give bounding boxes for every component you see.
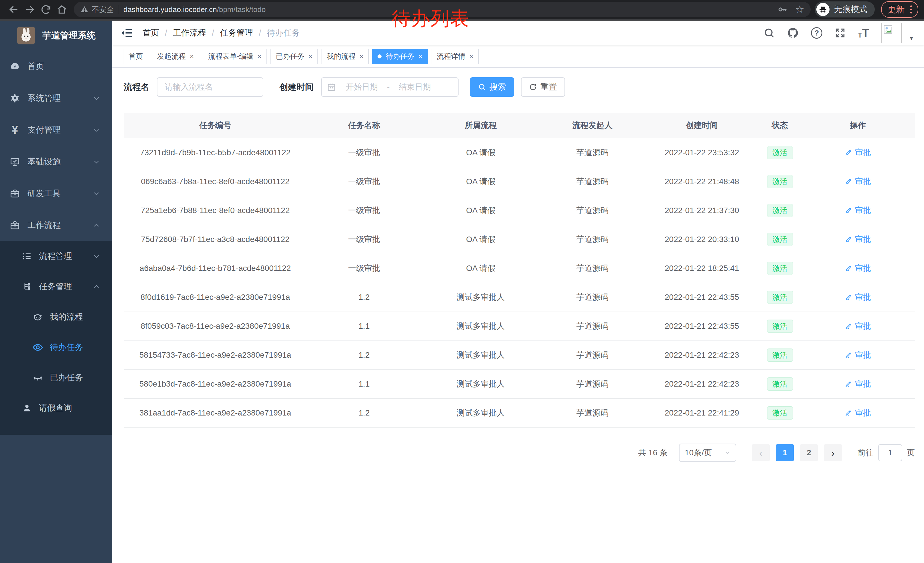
sidebar-item-devtools[interactable]: 研发工具 bbox=[0, 177, 112, 209]
close-icon[interactable]: × bbox=[190, 53, 194, 60]
sidebar-item-payment[interactable]: ¥ 支付管理 bbox=[0, 114, 112, 146]
avatar[interactable] bbox=[881, 23, 902, 43]
tab-done-tasks[interactable]: 已办任务× bbox=[270, 49, 318, 64]
sidebar-item-task-mgmt[interactable]: 任务管理 bbox=[0, 272, 112, 302]
tab-form-edit[interactable]: 流程表单-编辑× bbox=[202, 49, 267, 64]
process-name-input[interactable] bbox=[157, 77, 263, 97]
sidebar-item-todo-tasks[interactable]: 待办任务 bbox=[0, 332, 112, 363]
status-badge: 激活 bbox=[767, 377, 793, 390]
browser-forward-icon[interactable] bbox=[22, 2, 38, 18]
cell-process: OA 请假 bbox=[422, 167, 540, 196]
flow-tree-icon bbox=[21, 282, 33, 291]
tab-home[interactable]: 首页 bbox=[123, 49, 148, 64]
security-label[interactable]: 不安全 bbox=[92, 5, 114, 15]
sidebar-item-done-tasks[interactable]: 已办任务 bbox=[0, 363, 112, 393]
approve-link[interactable]: 审批 bbox=[845, 147, 871, 158]
approve-link[interactable]: 审批 bbox=[845, 407, 871, 418]
page-size-select[interactable]: 10条/页 bbox=[679, 444, 736, 462]
help-icon[interactable]: ? bbox=[811, 27, 822, 39]
end-date-input[interactable] bbox=[391, 82, 438, 92]
fullscreen-icon[interactable] bbox=[834, 27, 846, 39]
sidebar-item-workflow[interactable]: 工作流程 bbox=[0, 209, 112, 241]
github-icon[interactable] bbox=[787, 27, 799, 39]
avatar-caret-icon[interactable]: ▼ bbox=[909, 35, 914, 43]
close-icon[interactable]: × bbox=[257, 53, 261, 60]
password-key-icon[interactable] bbox=[777, 4, 788, 15]
tab-start-process[interactable]: 发起流程× bbox=[152, 49, 199, 64]
chevron-down-icon bbox=[724, 450, 730, 456]
font-size-icon[interactable]: TT bbox=[858, 27, 869, 39]
bookmark-star-icon[interactable]: ☆ bbox=[795, 4, 804, 15]
cell-create-time: 2022-01-21 22:43:55 bbox=[645, 283, 759, 312]
cell-task-id: 58154733-7ac8-11ec-a9e2-a2380e71991a bbox=[124, 341, 307, 370]
annotation-text: 待办列表 bbox=[392, 6, 470, 32]
tab-process-detail[interactable]: 流程详情× bbox=[431, 49, 478, 64]
not-secure-icon[interactable] bbox=[80, 5, 89, 14]
browser-update-button[interactable]: 更新 bbox=[881, 1, 918, 18]
close-icon[interactable]: × bbox=[308, 53, 312, 60]
start-date-input[interactable] bbox=[338, 82, 385, 92]
sidebar-item-infrastructure[interactable]: 基础设施 bbox=[0, 146, 112, 177]
approve-link[interactable]: 审批 bbox=[845, 321, 871, 332]
tab-my-process[interactable]: 我的流程× bbox=[321, 49, 369, 64]
approve-link[interactable]: 审批 bbox=[845, 205, 871, 216]
page-button-1[interactable]: 1 bbox=[776, 444, 794, 461]
update-label[interactable]: 更新 bbox=[887, 4, 904, 15]
cell-process: 测试多审批人 bbox=[422, 370, 540, 399]
goto-page-input[interactable] bbox=[878, 444, 902, 461]
approve-link[interactable]: 审批 bbox=[845, 263, 871, 274]
cell-task-name: 1.2 bbox=[307, 283, 422, 312]
col-status: 状态 bbox=[759, 113, 801, 138]
pencil-icon bbox=[845, 207, 852, 214]
cell-create-time: 2022-01-22 21:48:48 bbox=[645, 167, 759, 196]
logo[interactable]: 芋道管理系统 bbox=[0, 21, 112, 50]
top-navbar: 首页 / 工作流程 / 任务管理 / 待办任务 ? bbox=[112, 21, 924, 45]
sidebar-item-leave-query[interactable]: 请假查询 bbox=[0, 393, 112, 423]
prev-page-button[interactable]: ‹ bbox=[752, 444, 770, 461]
cell-task-id: 725a1eb6-7b88-11ec-8ef0-acde48001122 bbox=[124, 196, 307, 225]
workflow-submenu: 流程管理 任务管理 我的流程 bbox=[0, 241, 112, 435]
cell-task-name: 一级审批 bbox=[307, 254, 422, 283]
approve-link[interactable]: 审批 bbox=[845, 350, 871, 360]
breadcrumb-task-mgmt[interactable]: 任务管理 bbox=[220, 27, 253, 39]
status-badge: 激活 bbox=[767, 262, 793, 275]
browser-menu-icon[interactable] bbox=[910, 6, 912, 14]
filter-bar: 流程名 创建时间 - 搜索 bbox=[124, 77, 915, 97]
pencil-icon bbox=[845, 351, 852, 359]
list-icon bbox=[21, 251, 33, 261]
sidebar-item-system[interactable]: 系统管理 bbox=[0, 82, 112, 114]
status-badge: 激活 bbox=[767, 146, 793, 159]
approve-link[interactable]: 审批 bbox=[845, 378, 871, 389]
next-page-button[interactable]: › bbox=[824, 444, 842, 461]
sidebar-item-home[interactable]: 首页 bbox=[0, 50, 112, 82]
close-icon[interactable]: × bbox=[418, 53, 422, 60]
chevron-down-icon bbox=[93, 95, 100, 102]
sidebar-fold-icon[interactable] bbox=[121, 27, 133, 39]
cell-starter: 芋道源码 bbox=[540, 370, 645, 399]
pencil-icon bbox=[845, 264, 852, 272]
table-row: 58154733-7ac8-11ec-a9e2-a2380e71991a 1.2… bbox=[124, 341, 915, 370]
breadcrumb-home[interactable]: 首页 bbox=[142, 27, 159, 39]
browser-reload-icon[interactable] bbox=[38, 2, 54, 18]
pagination: 共 16 条 10条/页 ‹ 1 2 › 前往 页 bbox=[124, 444, 915, 462]
close-icon[interactable]: × bbox=[359, 53, 363, 60]
page-button-2[interactable]: 2 bbox=[800, 444, 818, 461]
approve-link[interactable]: 审批 bbox=[845, 234, 871, 245]
sidebar-item-my-process[interactable]: 我的流程 bbox=[0, 302, 112, 332]
status-badge: 激活 bbox=[767, 320, 793, 333]
tab-todo-tasks[interactable]: 待办任务× bbox=[372, 49, 428, 64]
breadcrumb-workflow[interactable]: 工作流程 bbox=[173, 27, 206, 39]
browser-back-icon[interactable] bbox=[6, 2, 22, 18]
date-range-picker[interactable]: - bbox=[321, 77, 459, 97]
approve-link[interactable]: 审批 bbox=[845, 176, 871, 187]
goto-label: 前往 bbox=[858, 447, 874, 458]
pencil-icon bbox=[845, 236, 852, 243]
search-button[interactable]: 搜索 bbox=[470, 77, 514, 97]
browser-home-icon[interactable] bbox=[54, 2, 70, 18]
search-icon[interactable] bbox=[764, 27, 775, 39]
sidebar-item-process-mgmt[interactable]: 流程管理 bbox=[0, 241, 112, 272]
approve-link[interactable]: 审批 bbox=[845, 292, 871, 303]
cell-task-id: 73211d9d-7b9b-11ec-b5b7-acde48001122 bbox=[124, 138, 307, 167]
reset-button[interactable]: 重置 bbox=[521, 77, 565, 97]
close-icon[interactable]: × bbox=[469, 53, 473, 60]
